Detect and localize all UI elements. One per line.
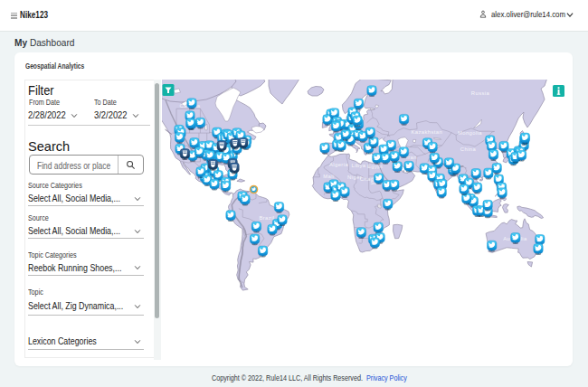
svg-text:Chad: Chad: [360, 176, 375, 182]
svg-text:Mongolia: Mongolia: [458, 130, 482, 136]
svg-text:Kazakhstan: Kazakhstan: [411, 129, 442, 135]
svg-text:Egypt: Egypt: [367, 164, 383, 169]
svg-text:China: China: [460, 146, 477, 152]
svg-text:Algeria: Algeria: [329, 162, 348, 167]
svg-text:Mali: Mali: [323, 174, 334, 179]
svg-text:Libya: Libya: [351, 163, 365, 168]
svg-text:Brazil: Brazil: [259, 215, 274, 221]
svg-text:Russia: Russia: [471, 90, 490, 96]
